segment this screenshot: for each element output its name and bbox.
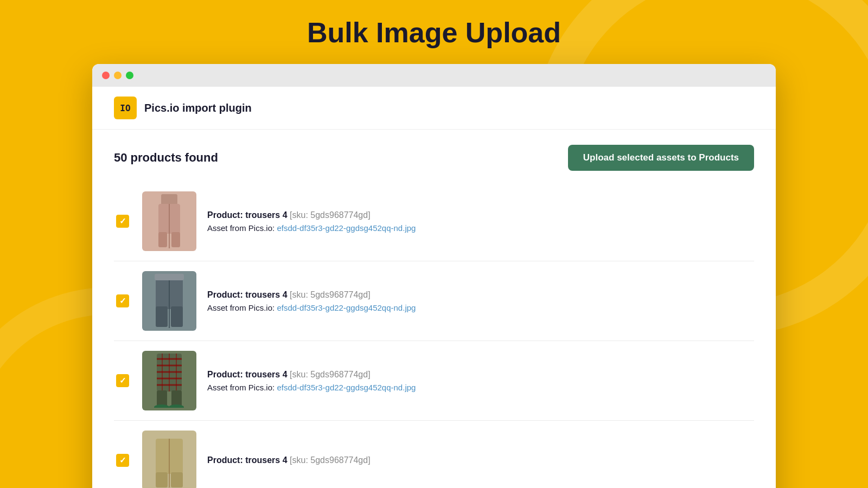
- app-header: IO Pics.io import plugin: [92, 87, 776, 130]
- maximize-button[interactable]: [126, 72, 133, 79]
- checkbox-item-2[interactable]: ✓: [116, 294, 129, 307]
- product-name-4: Product: trousers 4 [sku: 5gds968774gd]: [207, 455, 371, 465]
- checkbox-item-3[interactable]: ✓: [116, 374, 129, 387]
- upload-button[interactable]: Upload selected assets to Products: [568, 145, 754, 171]
- checkbox-wrap: ✓: [114, 294, 131, 307]
- svg-rect-25: [171, 472, 183, 487]
- app-window: IO Pics.io import plugin 50 products fou…: [92, 64, 776, 488]
- product-image-4: [142, 431, 196, 488]
- svg-rect-2: [158, 232, 167, 247]
- checkbox-wrap: ✓: [114, 215, 131, 228]
- app-content: IO Pics.io import plugin 50 products fou…: [92, 87, 776, 488]
- asset-link-3[interactable]: efsdd-df35r3-gd22-ggdsg452qq-nd.jpg: [277, 383, 416, 392]
- asset-line-1: Asset from Pics.io: efsdd-df35r3-gd22-gg…: [207, 223, 416, 233]
- close-button[interactable]: [102, 72, 110, 79]
- product-image-2: [142, 271, 196, 331]
- product-info-2: Product: trousers 4 [sku: 5gds968774gd] …: [207, 290, 416, 312]
- page-title: Bulk Image Upload: [307, 16, 561, 49]
- table-row: ✓ Product: trousers 4: [114, 261, 754, 341]
- table-row: ✓ Product: trousers 4: [114, 182, 754, 261]
- product-info-4: Product: trousers 4 [sku: 5gds968774gd]: [207, 455, 371, 465]
- product-image-3: [142, 351, 196, 410]
- app-name: Pics.io import plugin: [144, 102, 252, 114]
- app-logo: IO: [114, 97, 137, 119]
- svg-rect-7: [171, 306, 183, 327]
- asset-line-2: Asset from Pics.io: efsdd-df35r3-gd22-gg…: [207, 303, 416, 312]
- product-list: ✓ Product: trousers 4: [114, 182, 754, 488]
- asset-link-2[interactable]: efsdd-df35r3-gd22-ggdsg452qq-nd.jpg: [277, 303, 416, 312]
- svg-rect-0: [161, 194, 177, 205]
- toolbar: 50 products found Upload selected assets…: [114, 145, 754, 171]
- checkbox-item-4[interactable]: ✓: [116, 454, 129, 467]
- svg-rect-9: [155, 274, 184, 280]
- checkbox-wrap: ✓: [114, 454, 131, 467]
- product-image-1: [142, 191, 196, 251]
- product-name-1: Product: trousers 4 [sku: 5gds968774gd]: [207, 210, 416, 220]
- asset-link-1[interactable]: efsdd-df35r3-gd22-ggdsg452qq-nd.jpg: [277, 223, 416, 233]
- table-row: ✓: [114, 341, 754, 421]
- product-name-3: Product: trousers 4 [sku: 5gds968774gd]: [207, 370, 416, 380]
- checkbox-wrap: ✓: [114, 374, 131, 387]
- asset-line-3: Asset from Pics.io: efsdd-df35r3-gd22-gg…: [207, 383, 416, 392]
- minimize-button[interactable]: [114, 72, 122, 79]
- svg-rect-3: [171, 232, 180, 247]
- product-info-1: Product: trousers 4 [sku: 5gds968774gd] …: [207, 210, 416, 233]
- svg-rect-6: [156, 306, 168, 327]
- product-info-3: Product: trousers 4 [sku: 5gds968774gd] …: [207, 370, 416, 392]
- main-area: 50 products found Upload selected assets…: [92, 130, 776, 488]
- svg-rect-24: [156, 472, 168, 487]
- titlebar: [92, 64, 776, 87]
- products-count: 50 products found: [114, 151, 218, 165]
- product-name-2: Product: trousers 4 [sku: 5gds968774gd]: [207, 290, 416, 300]
- checkbox-item-1[interactable]: ✓: [116, 215, 129, 228]
- table-row: ✓ Product: trousers 4 [sku: 5: [114, 421, 754, 488]
